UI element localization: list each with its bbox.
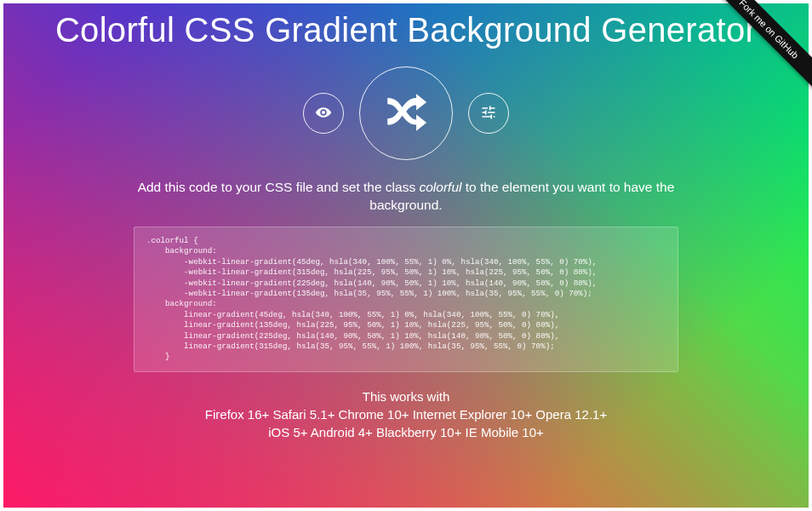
eye-icon [315, 104, 332, 123]
compat-heading: This works with [205, 388, 607, 405]
css-code-block[interactable]: .colorful { background: -webkit-linear-g… [134, 227, 678, 372]
compat-line-2: iOS 5+ Android 4+ Blackberry 10+ IE Mobi… [205, 423, 607, 441]
compat-line-1: Firefox 16+ Safari 5.1+ Chrome 10+ Inter… [205, 405, 607, 423]
sliders-icon [480, 104, 497, 123]
instructions-class: colorful [419, 180, 461, 194]
compatibility-block: This works with Firefox 16+ Safari 5.1+ … [205, 388, 607, 441]
shuffle-button[interactable] [359, 66, 453, 160]
shuffle-icon [381, 88, 431, 140]
instructions-pre: Add this code to your CSS file and set t… [138, 180, 420, 194]
page-title: Colorful CSS Gradient Background Generat… [55, 10, 757, 49]
settings-button[interactable] [468, 93, 509, 134]
controls-row [303, 66, 509, 160]
preview-button[interactable] [303, 93, 344, 134]
instructions-text: Add this code to your CSS file and set t… [117, 179, 695, 215]
